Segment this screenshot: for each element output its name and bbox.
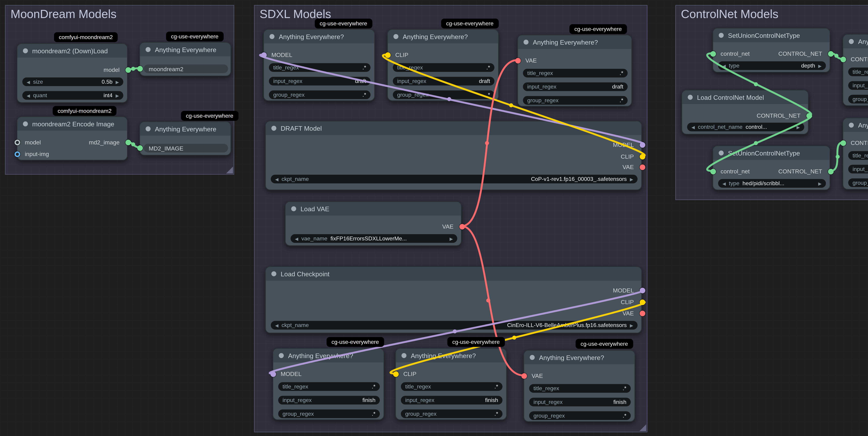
- title-regex-widget[interactable]: title_regex .*: [401, 382, 502, 391]
- clip-output-dot[interactable]: [640, 154, 645, 159]
- control-net-name-combo-widget[interactable]: ◀ control_net_name control... ▶: [687, 123, 804, 131]
- title-regex-widget[interactable]: title_regex .*: [848, 151, 868, 160]
- node-collapse-dot-icon[interactable]: [719, 151, 724, 156]
- node-anything-everywhere-draft-model[interactable]: Anything Everywhere? MODEL title_regex .…: [264, 29, 375, 101]
- title-regex-widget[interactable]: title_regex .*: [529, 384, 631, 393]
- input-regex-widget[interactable]: input_regex depth: [848, 81, 868, 90]
- node-title-bar[interactable]: SetUnionControlNetType: [713, 28, 830, 42]
- node-load-controlnet-model[interactable]: Load ControlNet Model CONTROL_NET ◀ cont…: [682, 90, 809, 134]
- node-title-bar[interactable]: Anything Everywhere?: [843, 118, 868, 132]
- input-band[interactable]: moondream2: [144, 64, 228, 73]
- combo-next-icon[interactable]: ▶: [630, 323, 633, 328]
- clip-input-dot[interactable]: [385, 53, 391, 58]
- model-output-dot[interactable]: [125, 67, 131, 73]
- node-collapse-dot-icon[interactable]: [524, 39, 529, 44]
- vae-input-dot[interactable]: [515, 58, 521, 64]
- combo-next-icon[interactable]: ▶: [818, 181, 822, 186]
- vae-name-combo-widget[interactable]: ◀ vae_name fixFP16ErrorsSDXLLowerMe... ▶: [290, 234, 457, 243]
- combo-prev-icon[interactable]: ◀: [27, 93, 30, 98]
- title-regex-widget[interactable]: title_regex .*: [523, 69, 627, 77]
- model-output-dot[interactable]: [640, 288, 645, 293]
- ckpt-name-combo-widget[interactable]: ◀ ckpt_name CoP-v1-rev1.fp16_00003_.safe…: [271, 175, 638, 183]
- md2-image-input-dot[interactable]: [137, 145, 143, 151]
- node-title-bar[interactable]: Anything Everywhere?: [524, 351, 634, 364]
- group-regex-widget[interactable]: group_regex .*: [523, 96, 627, 105]
- clip-input-dot[interactable]: [393, 371, 399, 377]
- combo-next-icon[interactable]: ▶: [630, 177, 633, 181]
- type-combo-widget[interactable]: ◀ type depth ▶: [718, 61, 826, 70]
- node-collapse-dot-icon[interactable]: [291, 206, 296, 211]
- node-draft-model[interactable]: DRAFT Model MODEL CLIP VAE ◀ ckpt_name C…: [265, 121, 642, 190]
- input-regex-widget[interactable]: input_regex draft: [269, 77, 370, 86]
- node-collapse-dot-icon[interactable]: [849, 123, 854, 128]
- control-net-output-dot[interactable]: [828, 169, 834, 175]
- node-moondream2-download[interactable]: moondream2 (Down)Load model ◀ size 0.5b …: [17, 43, 128, 103]
- node-title-bar[interactable]: Anything Everywhere?: [388, 30, 498, 43]
- node-collapse-dot-icon[interactable]: [849, 39, 854, 44]
- node-collapse-dot-icon[interactable]: [270, 34, 275, 39]
- node-collapse-dot-icon[interactable]: [146, 126, 151, 131]
- model-input-dot[interactable]: [14, 140, 20, 145]
- input-regex-widget[interactable]: input_regex finish: [401, 396, 502, 405]
- group-regex-widget[interactable]: group_regex .*: [848, 179, 868, 187]
- node-load-checkpoint[interactable]: Load Checkpoint MODEL CLIP VAE ◀ ckpt_na…: [265, 267, 642, 333]
- node-title-bar[interactable]: Load ControlNet Model: [682, 90, 808, 104]
- title-regex-widget[interactable]: title_regex .*: [278, 382, 380, 391]
- combo-next-icon[interactable]: ▶: [450, 237, 453, 241]
- input-img-input-dot[interactable]: [14, 152, 20, 157]
- node-title-bar[interactable]: Anything Everywhere?: [264, 30, 374, 43]
- node-title-bar[interactable]: SetUnionControlNetType: [713, 146, 830, 160]
- combo-next-icon[interactable]: ▶: [116, 93, 119, 98]
- node-title-bar[interactable]: Anything Everywhere: [140, 43, 230, 56]
- node-collapse-dot-icon[interactable]: [402, 353, 407, 358]
- model-input-dot[interactable]: [261, 53, 267, 58]
- clip-output-dot[interactable]: [640, 300, 645, 305]
- node-collapse-dot-icon[interactable]: [146, 47, 151, 52]
- graph-canvas[interactable]: MoonDream Models SDXL Models ControlNet …: [0, 0, 868, 436]
- node-anything-everywhere-finish-clip[interactable]: Anything Everywhere? CLIP title_regex .*…: [395, 348, 507, 420]
- combo-prev-icon[interactable]: ◀: [722, 64, 726, 68]
- combo-next-icon[interactable]: ▶: [818, 64, 822, 68]
- combo-prev-icon[interactable]: ◀: [691, 125, 695, 129]
- group-regex-widget[interactable]: group_regex .*: [278, 409, 380, 418]
- title-regex-widget[interactable]: title_regex .*: [848, 67, 868, 76]
- node-anything-everywhere-moondream[interactable]: Anything Everywhere moondream2: [140, 42, 231, 76]
- node-moondream2-encode-image[interactable]: moondream2 Encode Image model md2_image …: [17, 117, 128, 160]
- group-regex-widget[interactable]: group_regex .*: [401, 409, 502, 418]
- input-band[interactable]: MD2_IMAGE: [144, 144, 228, 152]
- node-title-bar[interactable]: moondream2 (Down)Load: [18, 44, 127, 58]
- node-collapse-dot-icon[interactable]: [23, 122, 28, 127]
- node-setunion-controlnet-depth[interactable]: SetUnionControlNetType control_net CONTR…: [712, 28, 830, 72]
- node-title-bar[interactable]: Anything Everywhere?: [273, 349, 383, 363]
- vae-output-dot[interactable]: [640, 164, 645, 170]
- node-title-bar[interactable]: Load Checkpoint: [266, 267, 641, 281]
- node-collapse-dot-icon[interactable]: [271, 271, 276, 276]
- group-regex-widget[interactable]: group_regex .*: [269, 90, 370, 99]
- title-regex-widget[interactable]: title_regex .*: [393, 63, 494, 72]
- node-title-bar[interactable]: DRAFT Model: [266, 122, 641, 135]
- node-title-bar[interactable]: Anything Everywhere: [140, 122, 230, 136]
- node-title-bar[interactable]: Anything Everywhere?: [396, 349, 506, 363]
- node-anything-everywhere-md2image[interactable]: Anything Everywhere MD2_IMAGE: [140, 122, 231, 156]
- group-regex-widget[interactable]: group_regex .*: [393, 90, 494, 99]
- combo-prev-icon[interactable]: ◀: [295, 237, 298, 241]
- quant-combo-widget[interactable]: ◀ quant int4 ▶: [22, 91, 123, 100]
- input-regex-widget[interactable]: input_regex draft: [393, 77, 494, 86]
- node-collapse-dot-icon[interactable]: [530, 355, 535, 360]
- combo-next-icon[interactable]: ▶: [116, 80, 119, 84]
- node-collapse-dot-icon[interactable]: [279, 353, 284, 358]
- title-regex-widget[interactable]: title_regex .*: [269, 63, 370, 72]
- input-regex-widget[interactable]: input_regex finish: [529, 398, 631, 406]
- node-title-bar[interactable]: Load VAE: [286, 202, 461, 216]
- node-load-vae[interactable]: Load VAE VAE ◀ vae_name fixFP16ErrorsSDX…: [285, 201, 462, 246]
- ckpt-name-combo-widget[interactable]: ◀ ckpt_name CinEro-ILL-V6-BelleAmberPlus…: [271, 321, 638, 330]
- vae-output-dot[interactable]: [640, 311, 645, 316]
- input-regex-widget[interactable]: input_regex lines: [848, 165, 868, 174]
- group-regex-widget[interactable]: group_regex .*: [848, 95, 868, 103]
- node-anything-everywhere-draft-vae[interactable]: Anything Everywhere? VAE title_regex .* …: [517, 35, 632, 106]
- moondream2-input-dot[interactable]: [137, 66, 143, 71]
- combo-prev-icon[interactable]: ◀: [27, 80, 30, 84]
- control-net-input-dot[interactable]: [710, 169, 716, 175]
- md2-image-output-dot[interactable]: [125, 140, 131, 145]
- input-regex-widget[interactable]: input_regex draft: [523, 83, 627, 91]
